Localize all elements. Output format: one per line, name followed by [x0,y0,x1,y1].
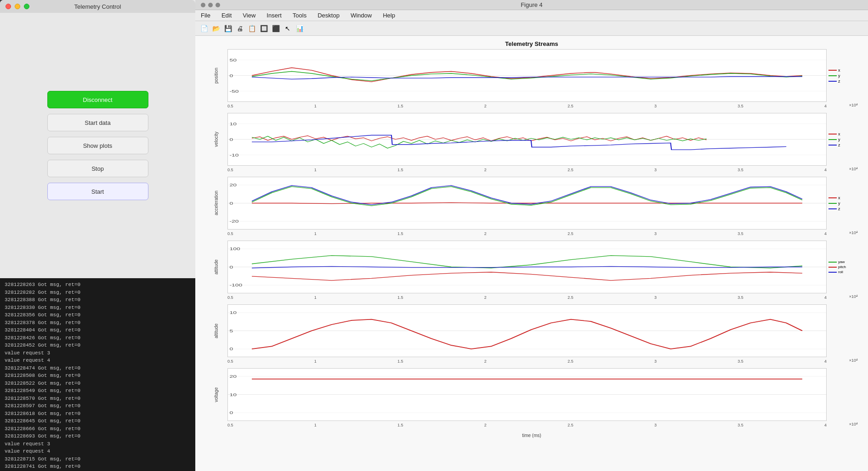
attitude-plot-area: 100 0 -100 [227,241,827,293]
menu-window[interactable]: Window [349,11,374,20]
console-line: 3281228378 Got msg, ret=0 [5,319,191,327]
fig-close-button[interactable] [201,3,205,7]
toolbar-pan-icon[interactable]: ⬛ [271,23,281,34]
voltage-y-label: voltage [204,368,227,421]
close-button[interactable] [6,4,11,9]
menu-edit[interactable]: Edit [220,11,233,20]
attitude-plot-row: attitude 100 0 -100 yaw [204,241,859,293]
console-line: 3281228426 Got msg, ret=0 [5,334,191,342]
figure-title: Figure 4 [521,1,543,8]
svg-text:50: 50 [229,58,237,62]
acceleration-plot-row: acceleration 20 0 -20 x [204,177,859,230]
maximize-button[interactable] [24,4,29,9]
position-plot-area: 50 0 -50 [227,49,827,102]
figure-traffic-lights [201,3,220,7]
toolbar-save-icon[interactable]: 💾 [223,23,233,34]
plots-container: Telemetry Streams position 50 0 -50 [195,36,868,471]
console-line: 3281228693 Got msg, ret=0 [5,432,191,440]
console-line: 3281228452 Got msg, ret=0 [5,342,191,349]
console-line: 3281228508 Got msg, ret=0 [5,372,191,380]
menu-view[interactable]: View [241,11,257,20]
svg-text:100: 100 [229,247,240,251]
figure-titlebar: Figure 4 [195,0,868,10]
altitude-y-label: altitude [204,304,227,357]
svg-text:0: 0 [229,73,233,78]
minimize-button[interactable] [15,4,20,9]
console-line: 3281228715 Got msg, ret=0 [5,455,191,463]
svg-text:0: 0 [229,410,233,415]
console-line: 3281228645 Got msg, ret=0 [5,417,191,425]
toolbar-cursor-icon[interactable]: ↖ [283,23,293,34]
altitude-legend [827,304,859,357]
stop-button[interactable]: Stop [47,160,148,177]
svg-text:5: 5 [229,328,233,333]
svg-text:10: 10 [229,392,237,397]
altitude-x-ticks: 0.511.522.533.54 [227,358,827,367]
console-line: 3281228388 Got msg, ret=0 [5,296,191,304]
plots-main-title: Telemetry Streams [204,40,859,47]
toolbar-data-icon[interactable]: 📊 [295,23,305,34]
window-title: Telemetry Control [74,3,121,10]
console-line: value request 3 [5,440,191,448]
toolbar: 📄 📂 💾 🖨 📋 🔲 ⬛ ↖ 📊 [195,21,868,36]
svg-text:0: 0 [229,347,233,351]
start-data-button[interactable]: Start data [47,114,148,131]
svg-text:0: 0 [229,201,233,205]
svg-text:-10: -10 [229,152,239,157]
show-plots-button[interactable]: Show plots [47,137,148,154]
attitude-y-label: attitude [204,241,227,293]
menu-tools[interactable]: Tools [291,11,308,20]
window-titlebar: Telemetry Control [0,0,195,13]
svg-text:20: 20 [229,374,237,379]
voltage-plot-area: 20 10 0 [227,368,827,421]
menu-help[interactable]: Help [381,11,397,20]
position-x-ticks: 0.511.522.533.54 [227,103,827,112]
fig-minimize-button[interactable] [208,3,213,7]
console-line: 3281228618 Got msg, ret=0 [5,410,191,418]
acceleration-legend: x y z [827,177,859,230]
acceleration-plot-area: 20 0 -20 [227,177,827,230]
acceleration-x-ticks: 0.511.522.533.54 [227,230,827,240]
console-line: value request 4 [5,357,191,364]
x-axis-title: time (ms) [204,433,859,438]
svg-text:-20: -20 [229,219,239,224]
acceleration-y-label: acceleration [204,177,227,230]
attitude-legend: yaw pitch roll [827,241,859,293]
console-line: 3281228549 Got msg, ret=0 [5,387,191,395]
menu-file[interactable]: File [199,11,212,20]
altitude-plot-row: altitude 10 5 0 [204,304,859,357]
altitude-plot-area: 10 5 0 [227,304,827,357]
toolbar-open-icon[interactable]: 📂 [211,23,221,34]
menu-insert[interactable]: Insert [265,11,284,20]
console-output: 3281228263 Got msg, ret=03281228282 Got … [0,278,195,471]
disconnect-button[interactable]: Disconnect [47,91,148,108]
console-line: 3281228666 Got msg, ret=0 [5,425,191,433]
position-y-label: position [204,49,227,102]
attitude-x-ticks: 0.511.522.533.54 [227,294,827,303]
toolbar-print-icon[interactable]: 🖨 [235,23,245,34]
velocity-x-ticks: 0.511.522.533.54 [227,167,827,176]
console-line: 3281228263 Got msg, ret=0 [5,281,191,289]
menu-desktop[interactable]: Desktop [316,11,341,20]
velocity-plot-area: 10 0 -10 [227,113,827,166]
svg-text:10: 10 [229,310,237,315]
console-line: 3281228597 Got msg, ret=0 [5,402,191,410]
velocity-y-label: velocity [204,113,227,166]
start-button[interactable]: Start [47,183,148,200]
fig-maximize-button[interactable] [216,3,220,7]
console-line: 3281228356 Got msg, ret=0 [5,311,191,319]
svg-text:-100: -100 [229,283,242,287]
toolbar-new-icon[interactable]: 📄 [199,23,209,34]
svg-text:10: 10 [229,122,237,126]
console-line: 3281228330 Got msg, ret=0 [5,304,191,312]
console-line: 3281228474 Got msg, ret=0 [5,364,191,372]
velocity-plot-row: velocity 10 0 -10 x [204,113,859,166]
console-line: 3281228570 Got msg, ret=0 [5,395,191,403]
voltage-x-ticks: 0.511.522.533.54 [227,422,827,431]
telemetry-control-window: Telemetry Control Disconnect Start data … [0,0,195,471]
toolbar-zoom-icon[interactable]: 🔲 [259,23,269,34]
voltage-plot-row: voltage 20 10 0 [204,368,859,421]
control-area: Disconnect Start data Show plots Stop St… [0,13,195,278]
console-line: value request 4 [5,448,191,455]
toolbar-copy-icon[interactable]: 📋 [247,23,257,34]
